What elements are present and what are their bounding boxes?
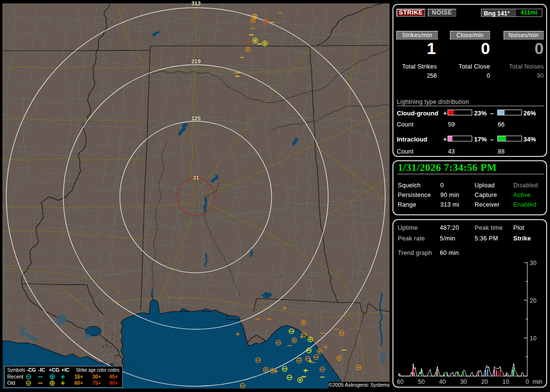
svg-text:20: 20 [481, 378, 488, 385]
svg-text:40: 40 [439, 378, 446, 385]
svg-text:min: min [533, 378, 542, 385]
svg-text:+IC: +IC [61, 367, 70, 373]
svg-text:60: 60 [397, 378, 404, 385]
svg-text:45+: 45+ [109, 374, 118, 379]
svg-text:30: 30 [530, 260, 536, 266]
svg-text:+CG: +CG [49, 367, 59, 373]
svg-text:30+: 30+ [92, 374, 101, 379]
svg-text:Strike age color codes: Strike age color codes [76, 367, 119, 373]
svg-text:15+: 15+ [74, 374, 83, 379]
svg-text:-CG: -CG [27, 367, 36, 373]
svg-text:50: 50 [418, 378, 425, 385]
svg-text:Recent: Recent [7, 374, 23, 379]
svg-text:Symbols: Symbols [7, 367, 25, 373]
svg-text:Old: Old [7, 380, 15, 386]
svg-text:75+: 75+ [92, 380, 101, 386]
svg-text:90+: 90+ [109, 380, 118, 386]
svg-text:10: 10 [530, 335, 536, 342]
svg-text:60+: 60+ [74, 380, 83, 386]
svg-text:20: 20 [530, 297, 536, 304]
svg-text:0: 0 [526, 378, 529, 385]
svg-text:30: 30 [460, 378, 467, 385]
svg-text:-IC: -IC [38, 367, 45, 373]
svg-text:10: 10 [503, 378, 509, 385]
